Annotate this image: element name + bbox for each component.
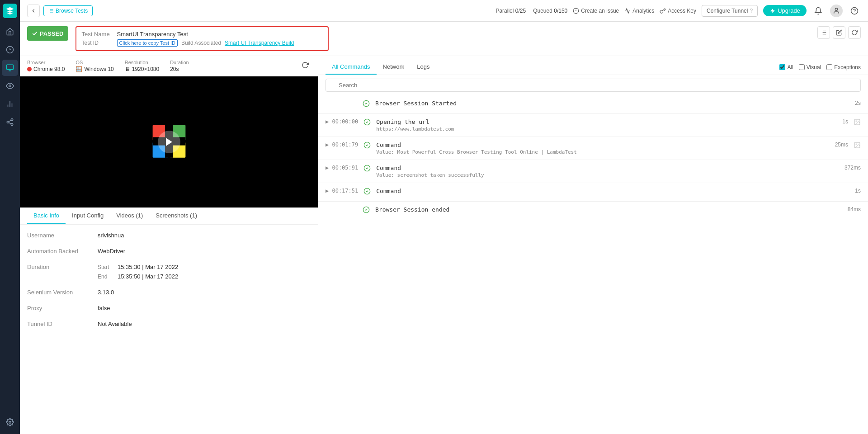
cmd-name: Browser Session ended <box>375 206 833 213</box>
browser-value: Chrome 98.0 <box>27 66 65 72</box>
create-issue-label: Create an issue <box>581 8 619 14</box>
middle-section: Browser Chrome 98.0 OS 🪟 Windows 10 <box>20 56 868 434</box>
svg-rect-3 <box>7 65 14 70</box>
os-value: 🪟 Windows 10 <box>75 66 113 72</box>
cmd-content: Command Value: screenshot taken successf… <box>376 165 833 178</box>
svg-line-13 <box>9 123 11 124</box>
svg-point-12 <box>11 123 13 126</box>
cmd-duration: 1s <box>838 188 861 194</box>
filter-all[interactable]: All <box>779 64 793 71</box>
tab-network[interactable]: Network <box>377 60 411 75</box>
svg-point-25 <box>835 8 837 10</box>
duration-info-label: Duration <box>27 264 90 280</box>
left-section: Browser Chrome 98.0 OS 🪟 Windows 10 <box>20 56 318 434</box>
tab-logs[interactable]: Logs <box>410 60 436 75</box>
sidebar-item-home[interactable] <box>2 24 18 40</box>
back-button[interactable] <box>27 5 40 17</box>
cmd-duration: 1s <box>826 118 848 125</box>
tab-screenshots[interactable]: Screenshots (1) <box>149 208 203 224</box>
end-label: End <box>98 274 114 280</box>
duration-end-row: End 15:35:50 | Mar 17 2022 <box>98 273 178 280</box>
cmd-value: https://www.lambdatest.com <box>376 126 820 132</box>
edit-action-button[interactable] <box>833 26 845 39</box>
cmd-duration: 25ms <box>826 142 848 148</box>
monitor-icon: 🖥 <box>125 66 130 72</box>
right-section: All Commands Network Logs All <box>318 56 868 434</box>
cmd-duration: 2s <box>838 100 861 106</box>
video-play-button[interactable] <box>158 131 180 153</box>
svg-point-6 <box>9 85 11 87</box>
commands-list: Browser Session Started 2s ▶ 00:00:00 Op… <box>318 95 868 434</box>
svg-point-15 <box>9 421 11 424</box>
os-label: OS <box>75 60 113 65</box>
search-input[interactable] <box>326 79 861 92</box>
access-key-label: Access Key <box>668 8 696 14</box>
tunnel-id-value: Not Available <box>98 321 132 327</box>
list-action-button[interactable] <box>817 26 830 39</box>
command-row: Browser Session ended 84ms <box>318 202 868 220</box>
configure-tunnel-help: ? <box>750 8 753 14</box>
tab-videos[interactable]: Videos (1) <box>110 208 149 224</box>
selenium-label: Selenium Version <box>27 289 90 296</box>
command-row: ▶ 00:05:91 Command Value: screenshot tak… <box>318 160 868 183</box>
commands-tabs: All Commands Network Logs All <box>318 56 868 75</box>
end-time: 15:35:50 | Mar 17 2022 <box>118 273 178 280</box>
filter-exceptions-checkbox[interactable] <box>826 64 832 70</box>
sidebar-item-integrations[interactable] <box>2 114 18 130</box>
tab-all-commands[interactable]: All Commands <box>326 60 377 75</box>
test-header-actions <box>817 26 861 39</box>
sidebar-item-automation[interactable] <box>2 60 18 76</box>
filter-all-checkbox[interactable] <box>779 64 785 70</box>
search-wrapper <box>326 79 861 92</box>
analytics-button[interactable]: Analytics <box>624 8 654 14</box>
command-row: Browser Session Started 2s <box>318 95 868 114</box>
start-label: Start <box>98 264 114 270</box>
logo[interactable] <box>3 4 17 18</box>
build-link[interactable]: Smart UI Transparency Build <box>225 40 294 46</box>
sidebar-item-settings[interactable] <box>2 414 18 430</box>
start-time: 15:35:30 | Mar 17 2022 <box>118 264 178 270</box>
screenshot-icon[interactable] <box>854 118 861 127</box>
notifications-button[interactable] <box>812 5 825 17</box>
windows-icon: 🪟 <box>75 66 82 72</box>
cmd-content: Command Value: Most Powerful Cross Brows… <box>376 142 820 155</box>
access-key-button[interactable]: Access Key <box>660 8 696 14</box>
sidebar-item-visual[interactable] <box>2 78 18 94</box>
cmd-status-icon <box>363 100 370 109</box>
test-id-row: Test ID Click here to copy Test ID Build… <box>82 39 322 47</box>
sidebar-item-analytics[interactable] <box>2 96 18 112</box>
user-profile-button[interactable] <box>830 5 843 17</box>
copy-test-id-button[interactable]: Click here to copy Test ID <box>117 39 178 47</box>
create-issue-button[interactable]: Create an issue <box>573 8 619 14</box>
sidebar-item-realtime[interactable] <box>2 42 18 58</box>
svg-line-14 <box>9 120 11 122</box>
chrome-icon <box>27 67 32 71</box>
configure-tunnel-button[interactable]: Configure Tunnel ? <box>702 5 758 17</box>
svg-point-10 <box>11 119 13 121</box>
cmd-name: Command <box>376 142 820 148</box>
filter-exceptions[interactable]: Exceptions <box>826 64 861 71</box>
cmd-content: Browser Session ended <box>375 206 833 213</box>
cmd-name: Command <box>376 165 833 171</box>
browser-info-browser: Browser Chrome 98.0 <box>27 60 65 72</box>
upgrade-button[interactable]: Upgrade <box>763 5 807 16</box>
filter-visual[interactable]: Visual <box>799 64 821 71</box>
video-container[interactable] <box>20 76 318 208</box>
cmd-time: ▶ 00:17:51 <box>326 188 358 194</box>
resolution-value: 🖥 1920×1080 <box>125 66 159 72</box>
tunnel-id-label: Tunnel ID <box>27 321 90 327</box>
screenshot-icon[interactable] <box>854 142 861 150</box>
browse-tests-button[interactable]: Browse Tests <box>43 5 93 16</box>
automation-backed-value: WebDriver <box>98 248 125 255</box>
refresh-action-button[interactable] <box>848 26 861 39</box>
command-row: ▶ 00:01:79 Command Value: Most Powerful … <box>318 137 868 160</box>
tab-basic-info[interactable]: Basic Info <box>27 208 66 224</box>
nav-right: Parallel 0/25 Queued 0/150 Create an iss… <box>495 5 861 17</box>
filter-visual-checkbox[interactable] <box>799 64 805 70</box>
parallel-label: Parallel 0/25 <box>495 8 526 14</box>
cmd-status-icon <box>363 118 371 127</box>
tab-input-config[interactable]: Input Config <box>66 208 110 224</box>
refresh-button[interactable] <box>300 60 311 71</box>
command-row: ▶ 00:17:51 Command 1s <box>318 183 868 202</box>
help-button[interactable] <box>848 5 861 17</box>
